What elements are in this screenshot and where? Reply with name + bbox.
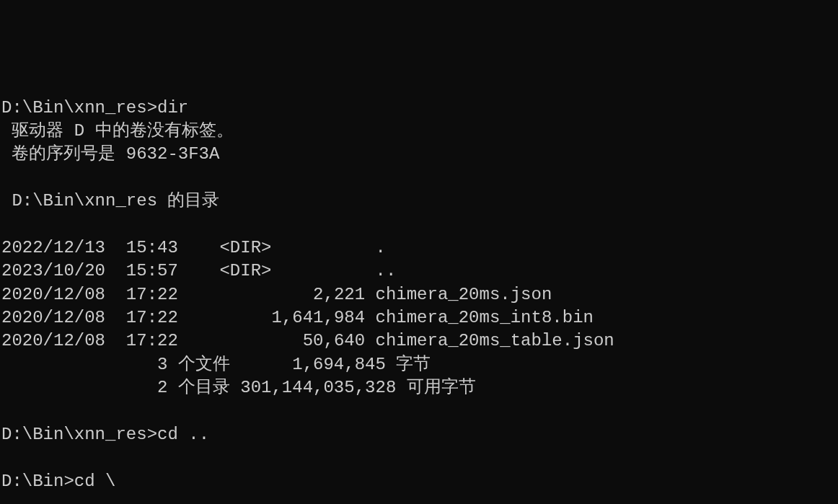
prompt-path: D:\Bin\xnn_res>	[1, 425, 157, 444]
output-serial: 卷的序列号是 9632-3F3A	[1, 144, 219, 164]
output-volume-label: 驱动器 D 中的卷没有标签。	[1, 121, 234, 141]
prompt-path: D:\Bin\xnn_res>	[1, 98, 157, 118]
prompt-line: D:\Bin\xnn_res>cd ..	[1, 425, 209, 444]
command-text: cd ..	[157, 425, 209, 444]
command-text: dir	[157, 98, 188, 118]
dir-entry-row: 2023/10/20 15:57 <DIR> ..	[1, 261, 396, 280]
dir-entry-row: 2022/12/13 15:43 <DIR> .	[1, 238, 386, 257]
prompt-path: D:\Bin>	[1, 472, 74, 491]
dir-entry-row: 2020/12/08 17:22 2,221 chimera_20ms.json	[1, 285, 552, 304]
prompt-line: D:\Bin>cd \	[1, 472, 115, 491]
dir-summary-dirs: 2 个目录 301,144,035,328 可用字节	[1, 378, 476, 397]
command-text: cd \	[74, 472, 116, 491]
dir-entry-row: 2020/12/08 17:22 50,640 chimera_20ms_tab…	[1, 331, 614, 350]
terminal-window[interactable]: D:\Bin\xnn_res>dir 驱动器 D 中的卷没有标签。 卷的序列号是…	[1, 97, 837, 504]
dir-entry-row: 2020/12/08 17:22 1,641,984 chimera_20ms_…	[1, 308, 594, 327]
output-directory-of: D:\Bin\xnn_res 的目录	[1, 191, 219, 211]
prompt-line: D:\Bin\xnn_res>dir	[1, 98, 188, 118]
dir-summary-files: 3 个文件 1,694,845 字节	[1, 355, 431, 374]
